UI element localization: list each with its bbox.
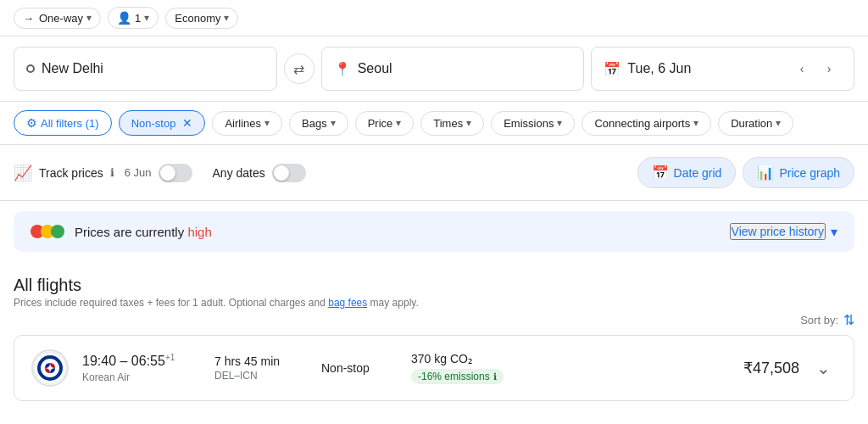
cabin-class-label: Economy — [175, 12, 220, 25]
origin-field[interactable]: New Delhi — [14, 47, 277, 91]
flight-airline-name: Korean Air — [82, 371, 201, 383]
bags-filter-button[interactable]: Bags ▾ — [289, 111, 348, 136]
track-prices-info-icon[interactable]: ℹ — [110, 166, 114, 179]
track-prices-icon: 📈 — [14, 164, 32, 182]
airlines-filter-button[interactable]: Airlines ▾ — [212, 111, 282, 136]
airlines-chevron-icon: ▾ — [264, 117, 270, 129]
any-dates-label: Any dates — [213, 166, 265, 180]
price-alert-text: Prices are currently high — [75, 225, 212, 239]
passengers-selector[interactable]: 👤 1 ▾ — [108, 7, 159, 29]
nonstop-close-icon[interactable]: ✕ — [182, 116, 192, 130]
swap-button[interactable]: ⇄ — [284, 53, 314, 84]
price-filter-button[interactable]: Price ▾ — [355, 111, 415, 136]
bag-fees-link[interactable]: bag fees — [328, 297, 367, 309]
date-field[interactable]: 📅 Tue, 6 Jun ‹ › — [591, 47, 854, 91]
date-grid-button[interactable]: 📅 Date grid — [637, 157, 737, 188]
track-prices-toggle[interactable] — [159, 164, 192, 182]
price-graph-icon: 📊 — [757, 165, 774, 181]
flight-times: 19:40 – 06:55+1 Korean Air — [82, 353, 201, 382]
flight-co2: 370 kg CO₂ -16% emissions ℹ — [411, 352, 547, 384]
date-next-button[interactable]: › — [816, 56, 842, 81]
price-graph-button[interactable]: 📊 Price graph — [743, 157, 854, 188]
duration-filter-button[interactable]: Duration ▾ — [718, 111, 793, 136]
passengers-chevron: ▾ — [144, 12, 149, 24]
trip-type-chevron: ▾ — [86, 12, 92, 24]
calendar-icon: 📅 — [604, 61, 620, 77]
person-icon: 👤 — [117, 11, 131, 25]
flight-stops: Non-stop — [321, 361, 398, 375]
emissions-filter-button[interactable]: Emissions ▾ — [491, 111, 575, 136]
price-chevron-icon: ▾ — [396, 117, 401, 129]
trip-type-label: One-way — [39, 12, 83, 25]
expand-flight-button[interactable]: ⌄ — [810, 354, 837, 382]
date-text: Tue, 6 Jun — [627, 61, 691, 76]
airline-logo — [31, 349, 69, 387]
destination-field[interactable]: 📍 Seoul — [321, 47, 585, 91]
nonstop-filter-button[interactable]: Non-stop ✕ — [119, 110, 206, 136]
emissions-chevron-icon: ▾ — [557, 117, 562, 129]
date-grid-icon: 📅 — [652, 165, 669, 181]
flight-price: ₹47,508 — [743, 359, 799, 377]
date-prev-button[interactable]: ‹ — [789, 56, 815, 81]
flight-card[interactable]: 19:40 – 06:55+1 Korean Air 7 hrs 45 min … — [14, 335, 854, 401]
flight-stops-text: Non-stop — [321, 361, 398, 375]
origin-dot-icon — [26, 64, 35, 73]
svg-point-2 — [41, 359, 59, 377]
all-filters-button[interactable]: ⚙ All filters (1) — [14, 110, 112, 136]
bags-chevron-icon: ▾ — [331, 117, 336, 129]
cabin-chevron: ▾ — [224, 12, 229, 24]
flight-price-text: ₹47,508 — [743, 359, 799, 377]
times-chevron-icon: ▾ — [466, 117, 471, 129]
flight-co2-text: 370 kg CO₂ — [411, 352, 547, 365]
flights-subtitle: Prices include required taxes + fees for… — [14, 297, 854, 309]
sort-icon[interactable]: ⇅ — [843, 312, 854, 328]
page-title: All flights — [14, 276, 854, 295]
connecting-airports-filter-button[interactable]: Connecting airports ▾ — [581, 111, 711, 136]
destination-pin-icon: 📍 — [334, 61, 351, 77]
flight-time-range: 19:40 – 06:55+1 — [82, 353, 201, 369]
emission-badge-text: -16% emissions — [418, 371, 490, 382]
price-level-icon — [31, 225, 64, 238]
any-dates-toggle[interactable] — [272, 164, 306, 182]
sort-by-label: Sort by: — [800, 314, 838, 326]
flight-route: DEL–ICN — [214, 370, 308, 382]
flight-duration: 7 hrs 45 min DEL–ICN — [214, 354, 308, 382]
passengers-label: 1 — [135, 12, 141, 25]
filter-icon: ⚙ — [26, 116, 37, 130]
track-prices-date: 6 Jun — [125, 166, 152, 179]
duration-chevron-icon: ▾ — [776, 117, 781, 129]
view-price-history-button[interactable]: View price history — [730, 223, 826, 240]
destination-text: Seoul — [358, 61, 392, 76]
times-filter-button[interactable]: Times ▾ — [420, 111, 484, 136]
cabin-class-selector[interactable]: Economy ▾ — [165, 8, 238, 29]
flight-duration-text: 7 hrs 45 min — [214, 354, 308, 368]
view-history-chevron-icon: ▾ — [831, 224, 837, 240]
emission-info-icon[interactable]: ℹ — [493, 371, 497, 382]
track-prices-label: Track prices — [39, 166, 103, 180]
origin-text: New Delhi — [42, 61, 103, 76]
trip-type-selector[interactable]: → One-way ▾ — [14, 8, 101, 29]
connecting-chevron-icon: ▾ — [693, 117, 698, 129]
